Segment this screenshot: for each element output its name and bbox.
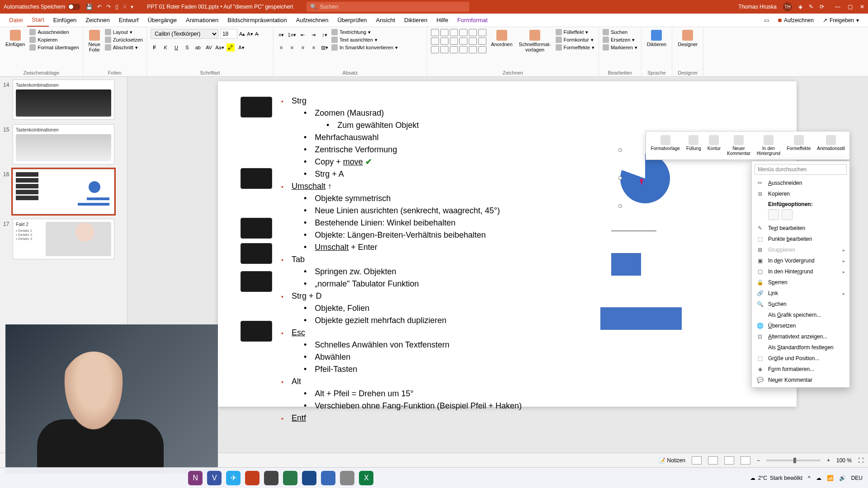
touch-icon[interactable]: ☟ xyxy=(123,4,126,10)
ctx-cut[interactable]: ✂Ausschneiden xyxy=(752,178,849,188)
app-icon[interactable] xyxy=(245,471,259,485)
tab-help[interactable]: Hilfe xyxy=(432,14,453,27)
numbering-button[interactable]: 1≡▾ xyxy=(288,31,296,39)
mini-send-back-button[interactable]: In den Hintergrund xyxy=(754,134,783,157)
ctx-size-position[interactable]: ⬚Größe und Position... xyxy=(752,353,849,364)
paste-option-1[interactable] xyxy=(768,209,779,220)
ctx-new-comment[interactable]: 💬Neuer Kommentar xyxy=(752,375,849,385)
reading-view-button[interactable] xyxy=(724,456,734,465)
shape-fill-button[interactable]: Fülleffekt ▾ xyxy=(556,29,595,35)
replace-button[interactable]: Ersetzen ▾ xyxy=(603,37,637,43)
slide-thumbnail[interactable]: 15 Tastenkombinationen xyxy=(13,124,114,164)
record-button[interactable]: Aufzeichnen xyxy=(774,17,818,23)
user-avatar[interactable]: TH xyxy=(783,2,792,11)
ctx-default-shape[interactable]: Als Standardform festlegen xyxy=(752,342,849,353)
ctx-send-back[interactable]: ▢In den Hintergrund▸ xyxy=(752,266,849,277)
slide-thumbnail[interactable]: 17 Fakt 2• Details 1• Details 2• Details… xyxy=(13,219,114,259)
volume-icon[interactable]: 🔊 xyxy=(839,475,846,481)
app-icon[interactable] xyxy=(283,471,297,485)
font-size-input[interactable] xyxy=(220,29,237,39)
tab-transitions[interactable]: Übergänge xyxy=(143,14,181,27)
tab-record[interactable]: Aufzeichnen xyxy=(292,14,333,27)
collapse-ribbon-icon[interactable]: ▭ xyxy=(760,17,774,23)
smartart-button[interactable]: In SmartArt konvertieren ▾ xyxy=(331,44,398,51)
font-color-button[interactable]: A▾ xyxy=(237,43,245,52)
strike-button[interactable]: S xyxy=(183,43,191,52)
shape-outline-button[interactable]: Formkontur ▾ xyxy=(556,37,595,43)
slide-thumbnail[interactable]: 14 Tastenkombinationen xyxy=(13,80,114,120)
autosave-toggle[interactable]: Automatisches Speichern xyxy=(4,4,80,10)
shapes-gallery[interactable] xyxy=(431,29,486,53)
tab-slideshow[interactable]: Bildschirmpräsentation xyxy=(223,14,292,27)
reset-button[interactable]: Zurücksetzen xyxy=(105,37,143,43)
dictate-button[interactable]: Diktieren xyxy=(645,29,668,48)
shape-line[interactable] xyxy=(611,230,656,231)
undo-icon[interactable]: ↶ xyxy=(97,4,102,10)
indent-right-button[interactable]: ⇥ xyxy=(310,31,318,39)
maximize-icon[interactable]: ▢ xyxy=(848,4,853,10)
zoom-in-button[interactable]: + xyxy=(827,457,830,464)
tab-view[interactable]: Ansicht xyxy=(371,14,400,27)
ctx-lock[interactable]: 🔒Sperren xyxy=(752,277,849,288)
tab-draw[interactable]: Zeichnen xyxy=(81,14,114,27)
underline-button[interactable]: U xyxy=(172,43,180,52)
slideshow-view-button[interactable] xyxy=(741,456,750,465)
clear-format-icon[interactable]: A̶ xyxy=(255,31,259,37)
qat-more-icon[interactable]: ▾ xyxy=(131,4,133,10)
tab-insert[interactable]: Einfügen xyxy=(49,14,81,27)
onedrive-icon[interactable]: ☁ xyxy=(816,475,821,481)
close-icon[interactable]: ✕ xyxy=(860,4,864,10)
align-text-button[interactable]: Text ausrichten ▾ xyxy=(331,37,398,43)
case-button[interactable]: Aa▾ xyxy=(216,43,224,52)
tab-start[interactable]: Start xyxy=(27,14,48,27)
copy-button[interactable]: Kopieren xyxy=(29,37,79,43)
normal-view-button[interactable] xyxy=(692,456,702,465)
redo-icon[interactable]: ↷ xyxy=(106,4,111,10)
new-slide-button[interactable]: Neue Folie xyxy=(87,29,102,53)
zoom-out-button[interactable]: − xyxy=(757,457,760,464)
indent-left-button[interactable]: ⇤ xyxy=(299,31,307,39)
wifi-icon[interactable]: 📶 xyxy=(827,475,834,481)
tab-design[interactable]: Entwurf xyxy=(114,14,143,27)
justify-button[interactable]: ≡ xyxy=(310,43,318,52)
align-right-button[interactable]: ≡ xyxy=(299,43,307,52)
share-button[interactable]: ↗Freigeben▾ xyxy=(818,17,863,23)
zoom-slider[interactable] xyxy=(766,460,821,461)
search-box[interactable]: 🔍 xyxy=(307,2,469,12)
language-indicator[interactable]: DEU xyxy=(851,475,863,481)
align-left-button[interactable]: ≡ xyxy=(277,43,285,52)
mini-anim-button[interactable]: Animationsstil xyxy=(814,134,848,157)
fit-button[interactable]: ⛶ xyxy=(858,457,863,464)
designer-button[interactable]: Designer xyxy=(676,29,699,48)
ctx-format-shape[interactable]: ◈Form formatieren... xyxy=(752,364,849,375)
user-name[interactable]: Thomas Hruska xyxy=(738,4,777,10)
app-icon[interactable] xyxy=(321,471,335,485)
sorter-view-button[interactable] xyxy=(708,456,718,465)
excel-icon[interactable]: X xyxy=(359,471,373,485)
tab-review[interactable]: Überprüfen xyxy=(333,14,371,27)
text-direction-button[interactable]: Textrichtung ▾ xyxy=(331,29,398,35)
telegram-icon[interactable]: ✈ xyxy=(226,471,241,485)
slide-thumbnail-selected[interactable]: 16 xyxy=(13,169,114,214)
find-button[interactable]: Suchen xyxy=(603,29,637,35)
mini-fill-button[interactable]: Füllung xyxy=(684,134,704,157)
align-center-button[interactable]: ≡ xyxy=(288,43,296,52)
ctx-save-as-graphic[interactable]: Als Grafik speichern... xyxy=(752,310,849,320)
visio-icon[interactable]: V xyxy=(207,471,222,485)
highlight-button[interactable]: 🖍 xyxy=(226,43,235,52)
mini-comment-button[interactable]: Neuer Kommentar xyxy=(724,134,753,157)
spacing-button[interactable]: AV xyxy=(205,43,213,52)
onenote-icon[interactable]: N xyxy=(188,471,203,485)
quick-styles-button[interactable]: Schnellformat- vorlagen xyxy=(517,29,553,53)
tab-file[interactable]: Datei xyxy=(5,14,27,27)
arrange-button[interactable]: Anordnen xyxy=(489,29,514,48)
section-button[interactable]: Abschnitt ▾ xyxy=(105,44,143,51)
tray-chevron-icon[interactable]: ^ xyxy=(808,475,811,481)
weather-widget[interactable]: ☁ 2°C Stark bewölkt xyxy=(750,475,802,481)
shadow-button[interactable]: ab xyxy=(194,43,202,52)
tab-animations[interactable]: Animationen xyxy=(181,14,223,27)
line-spacing-button[interactable]: ↕▾ xyxy=(321,31,329,39)
increase-font-icon[interactable]: A▴ xyxy=(239,31,245,37)
ctx-bring-front[interactable]: ▣In den Vordergrund▸ xyxy=(752,255,849,266)
ctx-link[interactable]: 🔗Link▸ xyxy=(752,288,849,299)
